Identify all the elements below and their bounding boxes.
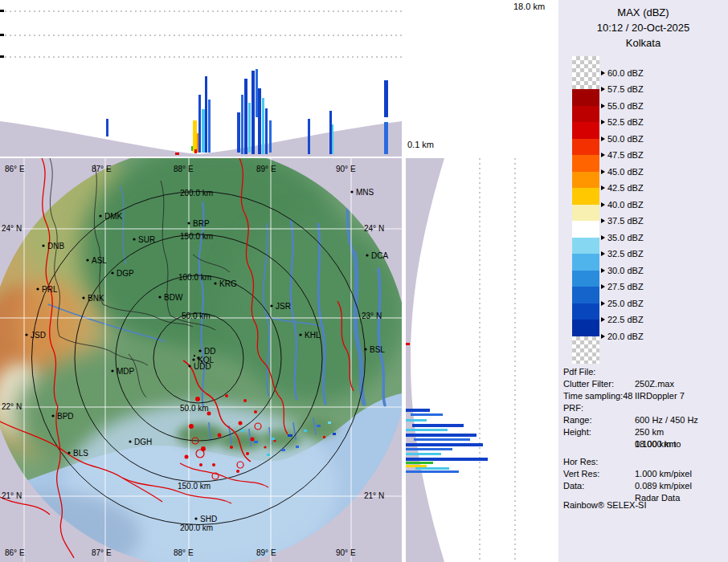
station-dot [51,414,54,417]
dbz-scale-label: 40.0 dBZ [607,200,644,210]
longitude-label: 90° E [336,165,356,173]
dbz-scale-label: 42.5 dBZ [607,183,644,193]
dbz-scale-entry: 60.0 dBZ [601,67,644,79]
dbz-scale-entry: 55.0 dBZ [601,100,644,112]
dbz-scale-entry: 40.0 dBZ [601,199,644,210]
ew-vertical-projection-canvas[interactable] [0,0,402,157]
radar-echo [194,149,197,153]
info-row: Clutter Filter:IIRDoppler 7 [563,378,724,390]
radar-echo [384,80,388,117]
station-label: BDW [164,293,183,302]
scale-arrow-icon [601,136,605,141]
radar-echo [256,69,258,117]
radar-echo [384,122,388,154]
range-ring-label: 50.0 km [182,312,211,320]
station-dot [111,369,113,372]
station-dot [111,271,113,274]
station-label: DCA [371,251,388,260]
scale-arrow-icon [601,87,605,92]
radar-echo [258,88,261,154]
station-label: BPD [57,412,74,421]
dbz-scale-entry: 25.0 dBZ [601,298,644,309]
radar-echo [254,441,258,443]
info-label: PRF: [563,403,583,413]
scale-arrow-icon [601,251,605,256]
scale-arrow-icon [601,202,605,207]
dbz-scale-label: 50.0 dBZ [607,134,644,144]
station-label: JSR [276,302,291,311]
dbz-color-cell [572,238,599,255]
info-row: Hor Res:1.000 km/pixel [563,456,724,468]
station-label: JSD [31,331,46,340]
dbz-color-cell [572,205,599,222]
station-label: MNS [356,188,374,197]
dbz-scale-entry: 37.5 dBZ [601,215,644,226]
radar-echo [205,76,207,153]
strip-background [406,158,558,562]
dbz-color-cell [572,188,599,205]
latitude-label: 23° N [362,312,382,320]
dbz-scale-label: 32.5 dBZ [607,249,644,259]
station-dot [198,349,201,352]
range-ring-label: 200.0 km [180,189,213,198]
dbz-scale-entry: 30.0 dBZ [601,265,644,276]
dbz-color-cell [572,139,599,156]
radar-echo [281,449,285,451]
range-ring-label: 50.0 km [180,404,209,413]
dbz-scale-entry: 22.5 dBZ [601,314,644,325]
dbz-scale-label: 20.0 dBZ [607,332,644,341]
longitude-label: 87° E [92,165,112,173]
radar-echo [406,443,483,446]
ns-vertical-projection[interactable] [406,158,558,562]
station-dot [99,214,101,217]
dbz-scale-label: 45.0 dBZ [607,167,644,177]
info-panel: MAX (dBZ) 10:12 / 20-Oct-2025 Kolkata 60… [558,0,728,562]
transparent-cell [572,56,599,73]
info-label: Hor Res: [563,457,598,466]
dbz-scale-entry: 27.5 dBZ [601,281,644,292]
scale-arrow-icon [601,185,605,190]
dbz-scale-label: 60.0 dBZ [607,68,644,78]
scale-arrow-icon [601,317,605,322]
dbz-scale-entry: 20.0 dBZ [601,331,644,342]
dbz-color-cell [572,320,599,336]
dbz-scale-entry: 50.0 dBZ [601,133,644,145]
radar-echo [406,419,427,422]
info-label: Data: [563,481,584,491]
scale-arrow-icon [601,301,605,306]
range-ring-label: 200.0 km [180,523,213,532]
station-dot [187,222,190,224]
station-dot [67,451,70,454]
station-dot [82,296,84,299]
radar-echo [406,429,448,431]
radar-echo [406,409,430,412]
dbz-scale-label: 22.5 dBZ [607,315,644,324]
info-label: Range: [563,415,591,425]
longitude-label: 88° E [174,548,194,557]
radar-echo [241,430,244,432]
station-label: DNB [47,242,64,250]
scale-arrow-icon [601,284,605,289]
max-height-label: 18.0 km [513,2,545,11]
station-label: UDD [194,362,211,371]
station-dot [129,440,131,442]
range-ring-label: 150.0 km [178,482,211,491]
dbz-scale-label: 25.0 dBZ [607,299,644,308]
info-row: PRF:600 Hz / 450 Hz [563,402,724,414]
dbz-color-cell [572,287,599,303]
radar-echo [296,446,299,448]
info-value: Radar Data [635,492,680,504]
radar-echo [304,430,307,432]
station-label: BLS [73,449,88,458]
radar-echo [267,454,270,456]
scale-arrow-icon [601,153,605,157]
dbz-scale-entry: 42.5 dBZ [601,182,644,193]
radar-map-view[interactable]: DMKBRPSURDNBASLDGPKRGBDWPRLBNKJSRJSDKHLD… [0,158,402,562]
station-label: SHD [200,515,217,523]
dbz-color-cell [572,106,599,123]
dbz-scale-label: 52.5 dBZ [607,117,644,127]
station-label: BNK [88,294,104,303]
dbz-scale-label: 55.0 dBZ [607,101,644,111]
station-label: KRG [219,279,237,288]
scale-arrow-icon [601,169,605,174]
